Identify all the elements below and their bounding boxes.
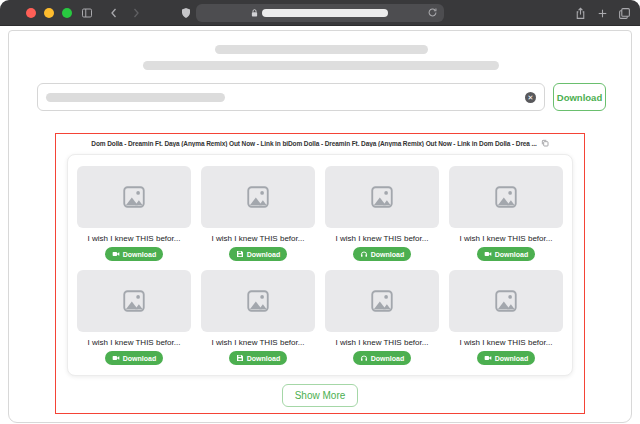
results-card: I wish I knew THIS befor... Download <box>67 154 573 376</box>
shield-icon[interactable] <box>179 6 193 20</box>
result-card-item: I wish I knew THIS befor... Download <box>325 270 439 366</box>
plus-icon[interactable] <box>596 6 609 19</box>
image-icon <box>121 184 147 210</box>
card-download-button[interactable]: Download <box>229 247 287 261</box>
chevron-left-icon[interactable] <box>107 6 121 20</box>
result-title: Dom Dolla - Dreamin Ft. Daya (Anyma Remi… <box>56 139 584 147</box>
download-button[interactable]: Download <box>553 83 606 111</box>
subheading-skeleton <box>143 61 499 70</box>
web-page: ✕ Download Dom Dolla - Dreamin Ft. Daya … <box>8 30 632 423</box>
headphones-icon <box>360 354 368 362</box>
lock-icon <box>250 8 259 18</box>
result-card-item: I wish I knew THIS befor... Download <box>77 270 191 366</box>
close-window-button[interactable] <box>26 8 36 18</box>
clear-icon[interactable]: ✕ <box>525 92 536 103</box>
headphones-icon <box>360 250 368 258</box>
card-download-label: Download <box>123 355 156 362</box>
zoom-window-button[interactable] <box>62 8 72 18</box>
card-download-button[interactable]: Download <box>353 247 411 261</box>
result-title-text: Dom Dolla - Dreamin Ft. Daya (Anyma Remi… <box>91 140 536 147</box>
show-more-button[interactable]: Show More <box>282 384 359 407</box>
card-download-label: Download <box>495 251 528 258</box>
image-icon <box>369 184 395 210</box>
card-download-label: Download <box>495 355 528 362</box>
image-placeholder <box>77 166 191 228</box>
video-icon <box>112 250 120 258</box>
floppy-icon <box>236 250 244 258</box>
card-title: I wish I knew THIS befor... <box>325 338 439 347</box>
card-download-button[interactable]: Download <box>105 351 163 365</box>
image-icon <box>369 288 395 314</box>
traffic-lights <box>26 8 72 18</box>
card-download-button[interactable]: Download <box>477 351 535 365</box>
card-title: I wish I knew THIS befor... <box>77 338 191 347</box>
refresh-icon[interactable] <box>427 7 438 18</box>
card-download-label: Download <box>247 251 280 258</box>
image-icon <box>245 184 271 210</box>
card-title: I wish I knew THIS befor... <box>449 234 563 243</box>
card-title: I wish I knew THIS befor... <box>77 234 191 243</box>
heading-skeleton <box>215 45 428 54</box>
card-download-label: Download <box>371 355 404 362</box>
search-input[interactable]: ✕ <box>37 83 545 111</box>
image-placeholder <box>201 270 315 332</box>
video-icon <box>112 354 120 362</box>
url-text-placeholder <box>262 9 388 17</box>
card-download-button[interactable]: Download <box>353 351 411 365</box>
image-placeholder <box>77 270 191 332</box>
card-download-button[interactable]: Download <box>229 351 287 365</box>
image-placeholder <box>201 166 315 228</box>
card-download-label: Download <box>371 251 404 258</box>
result-card-item: I wish I knew THIS befor... Download <box>449 166 563 262</box>
result-card-item: I wish I knew THIS befor... Download <box>449 270 563 366</box>
image-icon <box>245 288 271 314</box>
chevron-right-icon[interactable] <box>129 6 143 20</box>
card-download-label: Download <box>247 355 280 362</box>
image-icon <box>121 288 147 314</box>
address-bar[interactable] <box>196 4 444 22</box>
image-icon <box>493 184 519 210</box>
tabs-icon[interactable] <box>618 6 631 19</box>
search-text-skeleton <box>46 93 225 102</box>
card-download-button[interactable]: Download <box>105 247 163 261</box>
sidebar-icon[interactable] <box>80 6 94 20</box>
video-icon <box>484 250 492 258</box>
card-download-label: Download <box>123 251 156 258</box>
results-grid: I wish I knew THIS befor... Download <box>77 166 563 366</box>
video-icon <box>484 354 492 362</box>
image-placeholder <box>325 166 439 228</box>
browser-toolbar <box>0 0 640 26</box>
copy-icon[interactable] <box>541 139 549 147</box>
image-icon <box>493 288 519 314</box>
result-card-item: I wish I knew THIS befor... Download <box>325 166 439 262</box>
image-placeholder <box>325 270 439 332</box>
image-placeholder <box>449 166 563 228</box>
card-title: I wish I knew THIS befor... <box>449 338 563 347</box>
results-section: Dom Dolla - Dreamin Ft. Daya (Anyma Remi… <box>55 133 585 414</box>
share-icon[interactable] <box>574 6 587 19</box>
card-title: I wish I knew THIS befor... <box>201 234 315 243</box>
floppy-icon <box>236 354 244 362</box>
card-download-button[interactable]: Download <box>477 247 535 261</box>
card-title: I wish I knew THIS befor... <box>325 234 439 243</box>
image-placeholder <box>449 270 563 332</box>
result-card-item: I wish I knew THIS befor... Download <box>77 166 191 262</box>
card-title: I wish I knew THIS befor... <box>201 338 315 347</box>
minimize-window-button[interactable] <box>44 8 54 18</box>
result-card-item: I wish I knew THIS befor... Download <box>201 270 315 366</box>
result-card-item: I wish I knew THIS befor... Download <box>201 166 315 262</box>
